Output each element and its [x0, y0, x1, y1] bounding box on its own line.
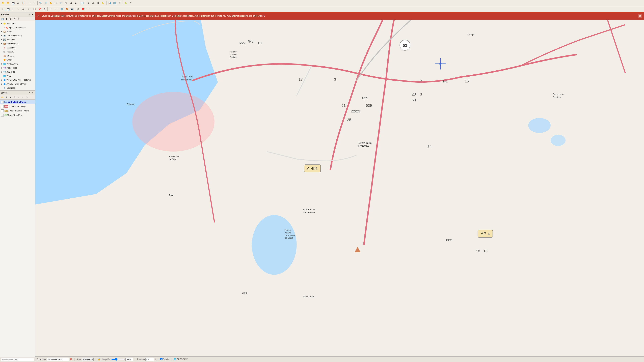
- magnifier-input[interactable]: [126, 358, 133, 361]
- zoom-layer-btn[interactable]: 🔭: [58, 1, 63, 5]
- zoom-full-btn[interactable]: ⛶: [53, 1, 58, 5]
- layers-filter-btn[interactable]: ⚙: [13, 95, 16, 99]
- help-btn[interactable]: ?: [128, 1, 133, 5]
- tree-item-oracle[interactable]: 🔶 Oracle: [0, 58, 35, 62]
- coordinate-crs-btn[interactable]: 🎯: [70, 358, 72, 361]
- svg-text:10: 10: [476, 249, 480, 253]
- snapshot-btn[interactable]: 📷: [70, 7, 74, 11]
- layer-item-openstreetmap[interactable]: ✓ OpenStreetMap: [0, 113, 35, 117]
- scale-item: Scale 1:348097: [76, 358, 94, 361]
- save-project-btn[interactable]: 💾: [11, 1, 16, 5]
- layers-collapse-btn[interactable]: ⊟: [25, 95, 28, 99]
- zoom-selection-btn[interactable]: ◻: [64, 1, 68, 5]
- browser-add-btn[interactable]: ✚: [5, 17, 8, 21]
- rotation-lock-btn[interactable]: ↺: [154, 358, 156, 361]
- left-panel: Browser ⧉ ✕ 🔄 ✚ ⚙ ⊟ ? ▶ ⭐ Favourites: [0, 12, 35, 362]
- layer-check-cp-cadastral-parcel[interactable]: ✓: [1, 101, 4, 103]
- tree-item-home[interactable]: ▶ 🏠 Home: [0, 30, 35, 34]
- tree-item-xyz-tiles[interactable]: ▶ 🗺 XYZ Tiles: [0, 70, 35, 74]
- copy-btn[interactable]: 📋: [32, 7, 37, 11]
- sum-btn[interactable]: Σ: [117, 1, 122, 5]
- layer-item-cp-cadastral-zoning[interactable]: cp:CadastralZoning: [0, 104, 35, 109]
- save-as-btn[interactable]: 🖨: [16, 1, 20, 5]
- browser-refresh-btn[interactable]: 🔄: [1, 17, 4, 21]
- print-btn[interactable]: 📋: [21, 1, 26, 5]
- error-close-btn[interactable]: ✕: [638, 14, 642, 18]
- redo2-btn[interactable]: ↪: [53, 7, 58, 11]
- snap-btn[interactable]: 🧲: [81, 7, 86, 11]
- tree-item-vector-tiles[interactable]: ▶ 🗺 Vector Tiles: [0, 66, 35, 70]
- layer-item-cp-cadastral-parcel[interactable]: ✓ cp:CadastralParcel: [0, 100, 35, 104]
- move-feature-btn[interactable]: ↔: [16, 7, 20, 11]
- calc-btn[interactable]: 🔢: [112, 1, 117, 5]
- layers-remove-btn[interactable]: ✖: [9, 95, 12, 99]
- toggle-edit-btn[interactable]: ✏: [1, 7, 5, 11]
- layer-check-openstreetmap[interactable]: ✓: [1, 114, 4, 116]
- zoom-out-btn[interactable]: 🔎: [43, 1, 48, 5]
- layers-float-btn[interactable]: ⧉: [28, 91, 31, 94]
- map-canvas[interactable]: N-4 AP-4 A-382 A-384 A-491 AP-4 53: [35, 12, 644, 362]
- redo-btn[interactable]: ↪: [32, 1, 37, 5]
- field-calc-btn[interactable]: 🔤: [60, 7, 64, 11]
- zoom-in-btn[interactable]: 🔍: [38, 1, 43, 5]
- layers-up-btn[interactable]: ↑: [17, 95, 20, 99]
- undo-btn[interactable]: ↩: [27, 1, 32, 5]
- pan-btn[interactable]: ✋: [48, 1, 53, 5]
- layer-item-google-satellite[interactable]: Google Satellite Hybrid: [0, 109, 35, 113]
- open-project-btn[interactable]: 📂: [6, 1, 10, 5]
- tree-item-volumes[interactable]: ▶ 💽 /Volumes: [0, 38, 35, 42]
- tree-item-spatialite[interactable]: 🗄 SpatiaLite: [0, 46, 35, 50]
- map-area[interactable]: ⚠ Layer cp:CadastralParcel: Download of …: [35, 12, 644, 362]
- coordinate-input[interactable]: [47, 358, 69, 361]
- tree-item-arcgis[interactable]: ▶ 🔷 ArcGIS REST Servers: [0, 82, 35, 86]
- layers-close-btn[interactable]: ✕: [31, 91, 34, 94]
- browser-filter-btn[interactable]: ⚙: [9, 17, 12, 21]
- cut-btn[interactable]: ✂: [27, 7, 32, 11]
- save-edits-btn[interactable]: 💾: [6, 7, 10, 11]
- tree-item-wms-wmts[interactable]: ▶ 🌐 WMS/WMTS: [0, 62, 35, 66]
- tree-item-spatial-bookmarks[interactable]: ▶ 🔖 Spatial Bookmarks: [0, 26, 35, 30]
- tree-item-wcs[interactable]: 🌐 WCS: [0, 74, 35, 78]
- magnifier-slider[interactable]: [111, 358, 125, 361]
- select-btn[interactable]: ◎: [91, 1, 96, 5]
- browser-help-btn[interactable]: ?: [17, 17, 20, 21]
- tree-item-mssql[interactable]: 🗃 MSSQL: [0, 54, 35, 58]
- digitize-btn[interactable]: ◎: [76, 7, 80, 11]
- layer-check-google-satellite[interactable]: [1, 109, 4, 112]
- paste-btn[interactable]: 📌: [37, 7, 42, 11]
- add-feature-btn[interactable]: ✚: [11, 7, 16, 11]
- undo2-btn[interactable]: ↩: [48, 7, 53, 11]
- deselect-btn[interactable]: ✖: [96, 1, 100, 5]
- layers-down-btn[interactable]: ↓: [21, 95, 24, 99]
- next-extent-btn[interactable]: ▶: [74, 1, 78, 5]
- rotation-input[interactable]: [146, 358, 154, 361]
- layers-add-btn[interactable]: ✚: [5, 95, 8, 99]
- new-project-btn[interactable]: 📁: [1, 1, 5, 5]
- tree-item-geonode[interactable]: ⚙ GeoNode: [0, 86, 35, 90]
- tree-item-geopackage[interactable]: ▶ 📦 GeoPackage: [0, 42, 35, 46]
- tree-item-wfs-ogc[interactable]: ▶ 🔷 WFS / OGC API - Features: [0, 78, 35, 82]
- tree-item-macintosh[interactable]: ▶ 💻 / (Macintosh HD): [0, 34, 35, 38]
- refresh-btn[interactable]: 🔄: [80, 1, 84, 5]
- render-checkbox[interactable]: [160, 358, 162, 360]
- vertex-tool-btn[interactable]: ◈: [21, 7, 26, 11]
- color-btn[interactable]: 🎨: [64, 7, 69, 11]
- browser-close-btn[interactable]: ✕: [31, 13, 34, 16]
- layer-check-cp-cadastral-zoning[interactable]: [1, 105, 4, 108]
- locate-input[interactable]: [1, 358, 34, 361]
- stats-btn[interactable]: 📊: [107, 1, 112, 5]
- measure-btn[interactable]: 📐: [101, 1, 106, 5]
- tree-item-favorites[interactable]: ▶ ⭐ Favourites: [0, 22, 35, 26]
- wms-label: WMS/WMTS: [6, 63, 18, 65]
- identify-btn[interactable]: ℹ: [86, 1, 90, 5]
- tree-item-postgis[interactable]: 🐘 PostGIS: [0, 50, 35, 54]
- scale-select[interactable]: 1:348097: [82, 358, 94, 361]
- layers-open-btn[interactable]: 📂: [1, 95, 4, 99]
- epsg-item[interactable]: 🌐 EPSG:3857: [174, 358, 188, 361]
- trace-btn[interactable]: 〰: [86, 7, 90, 11]
- prev-extent-btn[interactable]: ◀: [68, 1, 73, 5]
- browser-collapse-btn[interactable]: ⊟: [13, 17, 16, 21]
- browser-float-btn[interactable]: ⧉: [28, 13, 31, 16]
- delete-btn[interactable]: 🗑: [42, 7, 47, 11]
- python-btn[interactable]: 🐍: [124, 1, 128, 5]
